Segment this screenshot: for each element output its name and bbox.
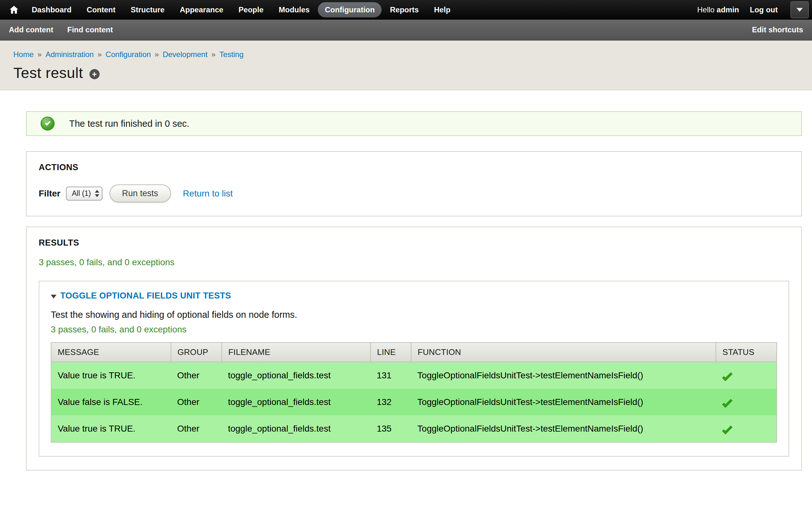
breadcrumb-separator: » xyxy=(211,50,215,59)
select-stepper-icon xyxy=(95,190,99,197)
cell-function: ToggleOptionalFieldsUnitTest->testElemen… xyxy=(411,362,716,389)
actions-row: Filter All (1) Run tests Return to list xyxy=(39,184,789,203)
cell-status xyxy=(716,389,777,415)
breadcrumb-link-home[interactable]: Home xyxy=(13,50,34,59)
breadcrumb-separator: » xyxy=(155,50,159,59)
breadcrumb-link-testing[interactable]: Testing xyxy=(219,50,244,59)
table-row: Value false is FALSE.Othertoggle_optiona… xyxy=(51,389,777,415)
filter-select[interactable]: All (1) xyxy=(66,187,102,201)
toolbar-item-configuration[interactable]: Configuration xyxy=(318,2,382,17)
admin-toolbar: DashboardContentStructureAppearancePeopl… xyxy=(0,0,812,20)
cell-line: 132 xyxy=(370,389,411,415)
arrow-down-icon xyxy=(95,194,99,197)
pass-check-icon xyxy=(722,371,732,381)
toolbar-item-reports[interactable]: Reports xyxy=(383,2,426,17)
user-greeting: Hello admin xyxy=(697,5,739,14)
column-header-status: STATUS xyxy=(716,343,777,362)
column-header-line: LINE xyxy=(370,343,411,362)
test-group-fieldset: TOGGLE OPTIONAL FIELDS UNIT TESTS Test t… xyxy=(39,281,789,457)
status-message: The test run finished in 0 sec. xyxy=(26,111,802,136)
table-header-row: MESSAGEGROUPFILENAMELINEFUNCTIONSTATUS xyxy=(51,343,777,362)
breadcrumb-separator: » xyxy=(97,50,101,59)
toolbar-toggle-button[interactable] xyxy=(791,1,809,18)
toolbar-item-dashboard[interactable]: Dashboard xyxy=(25,2,78,17)
breadcrumb-separator: » xyxy=(38,50,42,59)
logout-link[interactable]: Log out xyxy=(750,5,778,14)
test-group-title: TOGGLE OPTIONAL FIELDS UNIT TESTS xyxy=(60,291,231,301)
cell-message: Value true is TRUE. xyxy=(51,362,171,389)
cell-function: ToggleOptionalFieldsUnitTest->testElemen… xyxy=(411,415,716,442)
actions-panel: ACTIONS Filter All (1) Run tests Return … xyxy=(26,151,802,216)
results-heading: RESULTS xyxy=(39,238,789,248)
cell-message: Value true is TRUE. xyxy=(51,415,171,442)
home-button[interactable] xyxy=(4,0,24,20)
main-content: The test run finished in 0 sec. ACTIONS … xyxy=(0,111,812,470)
shortcut-item-find-content[interactable]: Find content xyxy=(67,25,113,34)
page-header: Home»Administration»Configuration»Develo… xyxy=(0,41,812,90)
pass-check-icon xyxy=(722,397,732,408)
breadcrumb-link-administration[interactable]: Administration xyxy=(45,50,94,59)
return-to-list-link[interactable]: Return to list xyxy=(183,188,233,199)
results-summary: 3 passes, 0 fails, and 0 exceptions xyxy=(39,257,789,268)
shortcuts-bar: Add contentFind content Edit shortcuts xyxy=(0,20,812,41)
cell-filename: toggle_optional_fields.test xyxy=(222,415,370,442)
toolbar-item-content[interactable]: Content xyxy=(80,2,122,17)
breadcrumb: Home»Administration»Configuration»Develo… xyxy=(13,50,799,59)
cell-status xyxy=(716,415,777,442)
screen: DashboardContentStructureAppearancePeopl… xyxy=(0,0,812,470)
filter-select-value: All (1) xyxy=(72,189,91,198)
shortcut-nav: Add contentFind content xyxy=(9,25,113,34)
page-title: Test result xyxy=(13,64,83,81)
cell-message: Value false is FALSE. xyxy=(51,389,171,415)
test-group-summary: 3 passes, 0 fails, and 0 exceptions xyxy=(51,325,777,335)
table-row: Value true is TRUE.Othertoggle_optional_… xyxy=(51,415,777,442)
column-header-function: FUNCTION xyxy=(411,343,716,362)
column-header-filename: FILENAME xyxy=(222,343,370,362)
toolbar-item-help[interactable]: Help xyxy=(427,2,457,17)
username-link[interactable]: admin xyxy=(716,5,739,14)
test-group-toggle[interactable]: TOGGLE OPTIONAL FIELDS UNIT TESTS xyxy=(51,291,777,301)
toolbar-nav: DashboardContentStructureAppearancePeopl… xyxy=(24,2,458,17)
run-tests-button[interactable]: Run tests xyxy=(109,184,171,203)
title-row: Test result + xyxy=(13,64,799,81)
breadcrumb-link-development[interactable]: Development xyxy=(163,50,207,59)
chevron-down-icon xyxy=(797,8,803,12)
toolbar-item-appearance[interactable]: Appearance xyxy=(173,2,230,17)
cell-line: 131 xyxy=(370,362,411,389)
table-body: Value true is TRUE.Othertoggle_optional_… xyxy=(51,362,777,442)
results-table: MESSAGEGROUPFILENAMELINEFUNCTIONSTATUS V… xyxy=(51,342,777,443)
cell-group: Other xyxy=(171,362,222,389)
cell-line: 135 xyxy=(370,415,411,442)
cell-status xyxy=(716,362,777,389)
pass-check-icon xyxy=(722,424,732,435)
cell-filename: toggle_optional_fields.test xyxy=(222,389,370,415)
check-glyph xyxy=(45,120,50,125)
toolbar-item-structure[interactable]: Structure xyxy=(124,2,171,17)
cell-group: Other xyxy=(171,415,222,442)
status-ok-icon xyxy=(41,117,55,130)
results-panel: RESULTS 3 passes, 0 fails, and 0 excepti… xyxy=(26,227,802,470)
toolbar-item-people[interactable]: People xyxy=(232,2,270,17)
add-shortcut-icon[interactable]: + xyxy=(90,69,100,79)
table-row: Value true is TRUE.Othertoggle_optional_… xyxy=(51,362,777,389)
greeting-prefix: Hello xyxy=(697,5,715,14)
test-group-description: Test the showing and hiding of optional … xyxy=(51,309,777,320)
shortcut-item-add-content[interactable]: Add content xyxy=(9,25,53,34)
collapse-arrow-icon xyxy=(51,295,56,298)
column-header-message: MESSAGE xyxy=(51,343,171,362)
edit-shortcuts-link[interactable]: Edit shortcuts xyxy=(752,25,803,34)
actions-heading: ACTIONS xyxy=(39,163,789,172)
cell-group: Other xyxy=(171,389,222,415)
toolbar-right: Hello admin Log out xyxy=(697,1,809,18)
toolbar-item-modules[interactable]: Modules xyxy=(272,2,316,17)
cell-function: ToggleOptionalFieldsUnitTest->testElemen… xyxy=(411,389,716,415)
filter-label: Filter xyxy=(39,188,60,199)
status-text: The test run finished in 0 sec. xyxy=(69,118,189,129)
breadcrumb-link-configuration[interactable]: Configuration xyxy=(106,50,151,59)
cell-filename: toggle_optional_fields.test xyxy=(222,362,370,389)
arrow-up-icon xyxy=(95,190,99,193)
home-icon xyxy=(9,5,19,15)
column-header-group: GROUP xyxy=(171,343,222,362)
